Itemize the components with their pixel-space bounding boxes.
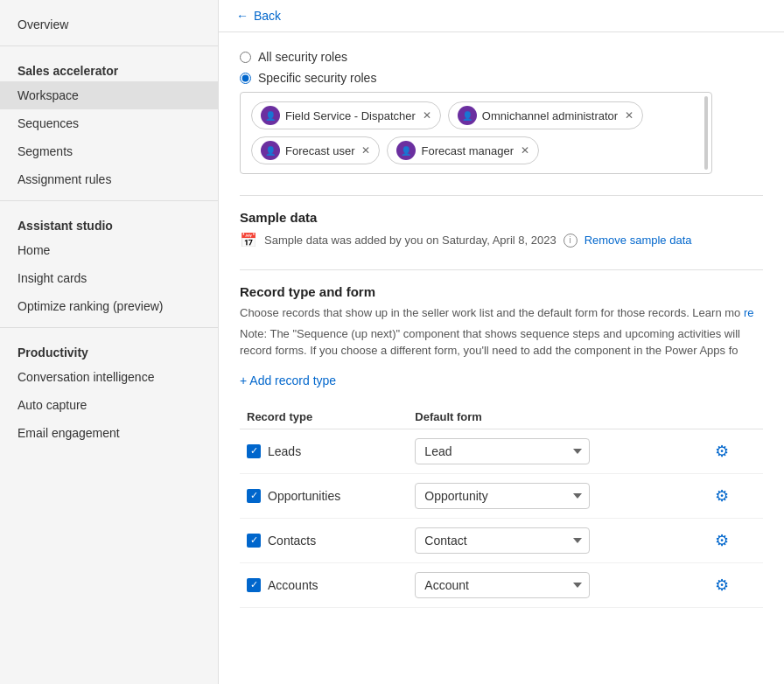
sidebar-section-productivity: Productivity (0, 335, 218, 363)
learn-more-link[interactable]: re (744, 306, 754, 319)
add-record-type-button[interactable]: + Add record type (240, 370, 336, 391)
contacts-type-cell: ✓ Contacts (247, 534, 401, 548)
sidebar: Overview Sales accelerator Workspace Seq… (0, 0, 219, 684)
sidebar-section-sales-accelerator: Sales accelerator (0, 53, 218, 81)
sample-data-description: Sample data was added by you on Saturday… (264, 234, 556, 247)
opportunities-form-select[interactable]: Opportunity (415, 483, 590, 509)
opportunities-gear-button[interactable]: ⚙ (710, 485, 734, 507)
contacts-form-select[interactable]: Contact (415, 527, 590, 554)
table-row: ✓ Opportunities Opportunity ⚙ (240, 473, 763, 518)
main-content: ← Back All security roles Specific secur… (219, 0, 784, 684)
sidebar-item-email-engagement[interactable]: Email engagement (0, 419, 218, 447)
sample-data-title: Sample data (240, 210, 763, 225)
role-remove-forecast-user[interactable]: ✕ (361, 144, 370, 157)
role-tag-forecast-user: 👤 Forecast user ✕ (251, 136, 380, 164)
col-default-form: Default form (408, 405, 703, 429)
role-remove-forecast-manager[interactable]: ✕ (521, 144, 529, 157)
contacts-checkbox[interactable]: ✓ (247, 534, 261, 548)
divider-record (240, 269, 763, 270)
divider-1 (0, 45, 218, 46)
accounts-type-cell: ✓ Accounts (247, 578, 401, 592)
divider-2 (0, 200, 218, 201)
col-actions (703, 405, 763, 429)
roles-box: 👤 Field Service - Dispatcher ✕ 👤 Omnicha… (240, 92, 712, 174)
role-label-field-service: Field Service - Dispatcher (285, 109, 416, 122)
back-button[interactable]: ← Back (236, 9, 281, 23)
back-bar: ← Back (219, 0, 784, 32)
leads-checkbox[interactable]: ✓ (247, 444, 261, 458)
opportunities-type-cell: ✓ Opportunities (247, 489, 401, 503)
accounts-form-select[interactable]: Account (415, 572, 590, 598)
sample-data-row: 📅 Sample data was added by you on Saturd… (240, 232, 763, 248)
radio-all-input[interactable] (240, 52, 251, 63)
sample-data-section: Sample data 📅 Sample data was added by y… (240, 210, 763, 248)
table-row: ✓ Accounts Account ⚙ (240, 562, 763, 607)
back-label: Back (254, 9, 281, 23)
sidebar-item-workspace[interactable]: Workspace (0, 81, 218, 109)
table-row: ✓ Contacts Contact ⚙ (240, 518, 763, 562)
security-roles-section: All security roles Specific security rol… (240, 50, 763, 174)
role-label-forecast-user: Forecast user (285, 144, 354, 157)
record-note: Note: The "Sequence (up next)" component… (240, 325, 763, 359)
sidebar-item-auto-capture[interactable]: Auto capture (0, 391, 218, 419)
roles-scrollbar (704, 96, 708, 170)
contacts-gear-button[interactable]: ⚙ (710, 529, 734, 552)
sidebar-section-assistant-studio: Assistant studio (0, 208, 218, 236)
role-icon-omnichannel: 👤 (458, 106, 477, 125)
leads-form-select[interactable]: Lead (415, 438, 590, 464)
sidebar-item-insight-cards[interactable]: Insight cards (0, 264, 218, 292)
divider-3 (0, 327, 218, 328)
opportunities-label: Opportunities (268, 489, 340, 503)
sidebar-item-sequences[interactable]: Sequences (0, 109, 218, 137)
radio-specific-input[interactable] (240, 73, 251, 84)
sidebar-item-conversation-intelligence[interactable]: Conversation intelligence (0, 363, 218, 391)
role-icon-field-service: 👤 (261, 106, 280, 125)
leads-label: Leads (268, 444, 301, 458)
leads-gear-button[interactable]: ⚙ (710, 440, 734, 463)
radio-all-label: All security roles (258, 50, 347, 64)
back-arrow-icon: ← (236, 9, 248, 23)
remove-sample-data-link[interactable]: Remove sample data (584, 234, 692, 247)
table-row: ✓ Leads Lead ⚙ (240, 429, 763, 473)
calendar-icon: 📅 (240, 232, 257, 248)
sidebar-item-assignment-rules[interactable]: Assignment rules (0, 165, 218, 193)
record-table: Record type Default form ✓ Leads (240, 405, 763, 608)
col-record-type: Record type (240, 405, 408, 429)
role-tag-omnichannel: 👤 Omnichannel administrator ✕ (448, 101, 643, 129)
role-remove-field-service[interactable]: ✕ (423, 109, 431, 122)
sidebar-item-optimize-ranking[interactable]: Optimize ranking (preview) (0, 292, 218, 320)
page-content: All security roles Specific security rol… (219, 32, 784, 646)
role-icon-forecast-manager: 👤 (396, 141, 416, 160)
accounts-checkbox[interactable]: ✓ (247, 578, 261, 592)
accounts-label: Accounts (268, 578, 318, 592)
opportunities-checkbox[interactable]: ✓ (247, 489, 261, 503)
role-tag-field-service: 👤 Field Service - Dispatcher ✕ (251, 101, 441, 129)
sidebar-item-segments[interactable]: Segments (0, 137, 218, 165)
radio-all-security-roles[interactable]: All security roles (240, 50, 763, 64)
role-label-forecast-manager: Forecast manager (421, 144, 514, 157)
role-remove-omnichannel[interactable]: ✕ (625, 109, 634, 122)
info-icon[interactable]: i (564, 234, 578, 248)
sidebar-item-overview[interactable]: Overview (0, 10, 218, 38)
divider-sample (240, 195, 763, 196)
role-icon-forecast-user: 👤 (261, 141, 280, 160)
record-section-title: Record type and form (240, 284, 763, 299)
radio-specific-security-roles[interactable]: Specific security roles (240, 71, 763, 85)
contacts-label: Contacts (268, 534, 316, 548)
accounts-gear-button[interactable]: ⚙ (710, 574, 734, 597)
role-label-omnichannel: Omnichannel administrator (482, 109, 618, 122)
sidebar-item-home[interactable]: Home (0, 236, 218, 264)
role-tag-forecast-manager: 👤 Forecast manager ✕ (387, 136, 539, 164)
record-description: Choose records that show up in the selle… (240, 304, 763, 322)
leads-type-cell: ✓ Leads (247, 444, 401, 458)
radio-specific-label: Specific security roles (258, 71, 376, 85)
record-type-section: Record type and form Choose records that… (240, 284, 763, 608)
